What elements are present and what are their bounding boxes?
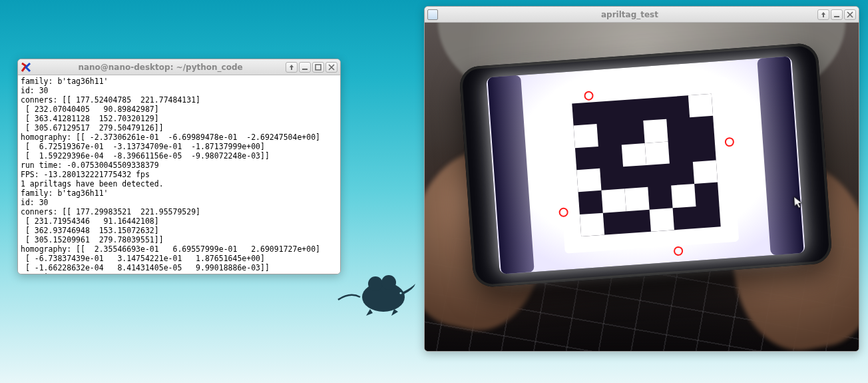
minimize-button[interactable] <box>831 9 843 20</box>
desktop-mascot-icon <box>337 265 417 318</box>
svg-rect-4 <box>302 69 308 70</box>
camera-titlebar[interactable]: apriltag_test <box>425 7 859 23</box>
camera-window[interactable]: apriltag_test <box>424 6 859 352</box>
terminal-titlebar[interactable]: nano@nano-desktop: ~/python_code <box>18 59 340 75</box>
svg-point-2 <box>381 275 396 290</box>
camera-feed <box>425 23 859 351</box>
terminal-output[interactable]: family: b'tag36h11' id: 30 conners: [[ 1… <box>18 75 340 274</box>
terminal-title: nano@nano-desktop: ~/python_code <box>35 63 286 72</box>
maximize-button[interactable] <box>312 62 324 73</box>
svg-rect-6 <box>834 16 839 17</box>
svg-point-0 <box>362 282 405 312</box>
minimize-button[interactable] <box>299 62 311 73</box>
stick-button[interactable] <box>817 9 829 20</box>
svg-point-1 <box>368 276 383 291</box>
svg-point-3 <box>399 292 401 294</box>
camera-window-controls <box>817 9 856 20</box>
stick-button[interactable] <box>286 62 298 73</box>
terminal-window-controls <box>286 62 337 73</box>
terminal-app-icon <box>21 62 31 73</box>
cursor-icon <box>793 196 803 210</box>
camera-title: apriltag_test <box>442 10 817 19</box>
close-button[interactable] <box>844 9 856 20</box>
close-button[interactable] <box>326 62 337 73</box>
camera-app-icon <box>427 9 438 20</box>
svg-rect-5 <box>316 65 321 70</box>
phone-device <box>459 43 833 288</box>
apriltag-marker <box>554 77 740 254</box>
terminal-window[interactable]: nano@nano-desktop: ~/python_code family:… <box>17 59 341 274</box>
